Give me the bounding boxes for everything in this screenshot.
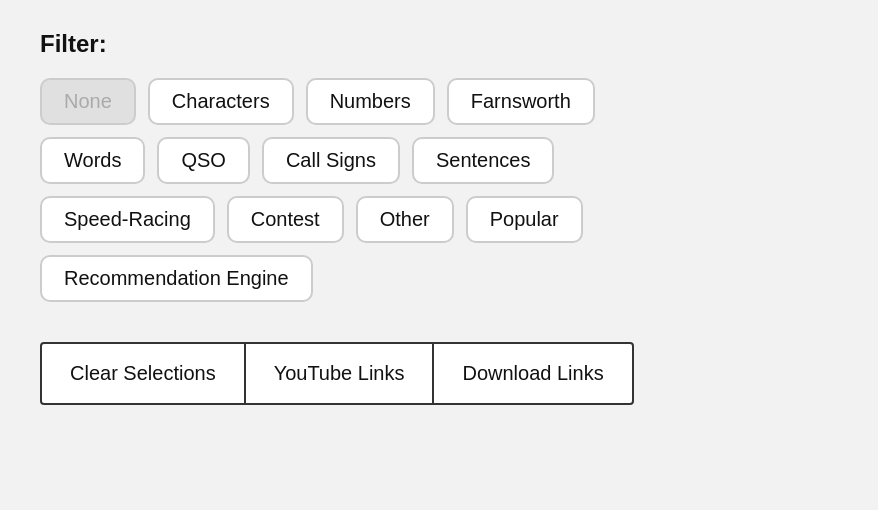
filter-btn-speed-racing[interactable]: Speed-Racing — [40, 196, 215, 243]
main-container: Filter: None Characters Numbers Farnswor… — [40, 30, 838, 405]
action-buttons-container: Clear Selections YouTube Links Download … — [40, 342, 838, 405]
filter-row-3: Speed-Racing Contest Other Popular — [40, 196, 838, 243]
filter-btn-qso[interactable]: QSO — [157, 137, 249, 184]
youtube-links-button[interactable]: YouTube Links — [244, 342, 435, 405]
filter-btn-contest[interactable]: Contest — [227, 196, 344, 243]
filter-btn-farnsworth[interactable]: Farnsworth — [447, 78, 595, 125]
download-links-button[interactable]: Download Links — [432, 342, 633, 405]
filter-btn-characters[interactable]: Characters — [148, 78, 294, 125]
filter-btn-words[interactable]: Words — [40, 137, 145, 184]
clear-selections-button[interactable]: Clear Selections — [40, 342, 246, 405]
filter-row-4: Recommendation Engine — [40, 255, 838, 302]
filter-row-1: None Characters Numbers Farnsworth — [40, 78, 838, 125]
filter-btn-other[interactable]: Other — [356, 196, 454, 243]
filter-label: Filter: — [40, 30, 838, 58]
filter-row-2: Words QSO Call Signs Sentences — [40, 137, 838, 184]
filter-btn-none[interactable]: None — [40, 78, 136, 125]
filter-btn-popular[interactable]: Popular — [466, 196, 583, 243]
filter-buttons-container: None Characters Numbers Farnsworth Words… — [40, 78, 838, 302]
filter-btn-sentences[interactable]: Sentences — [412, 137, 555, 184]
filter-btn-recommendation-engine[interactable]: Recommendation Engine — [40, 255, 313, 302]
filter-btn-call-signs[interactable]: Call Signs — [262, 137, 400, 184]
filter-btn-numbers[interactable]: Numbers — [306, 78, 435, 125]
